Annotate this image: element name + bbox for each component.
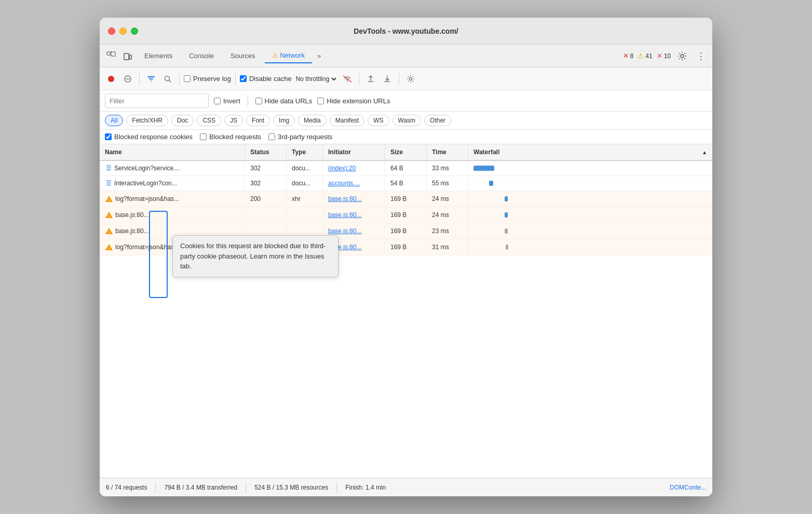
td-size-4: 169 B bbox=[385, 207, 427, 223]
hide-data-urls-checkbox[interactable] bbox=[255, 98, 262, 104]
th-time[interactable]: Time bbox=[427, 144, 468, 160]
network-warning-icon: ⚠ bbox=[272, 51, 278, 59]
tab-more-button[interactable]: » bbox=[314, 52, 324, 60]
td-type-3: xhr bbox=[287, 191, 323, 207]
status-divider-3 bbox=[336, 482, 337, 493]
separator-4 bbox=[359, 73, 359, 85]
blocked-cookies-checkbox[interactable] bbox=[105, 133, 112, 140]
disable-cache-label[interactable]: Disable cache bbox=[240, 75, 292, 83]
invert-label[interactable]: Invert bbox=[214, 97, 240, 105]
warning-icon: ⚠ bbox=[638, 52, 644, 60]
table-row[interactable]: ☰ InteractiveLogin?con... 302 docu... ac… bbox=[100, 176, 712, 191]
td-name-4: ! base.js:80... bbox=[100, 207, 245, 223]
tab-network[interactable]: ⚠ Network bbox=[265, 48, 312, 63]
close-button[interactable] bbox=[108, 28, 115, 35]
hide-extension-urls-checkbox[interactable] bbox=[317, 98, 324, 104]
preserve-log-label[interactable]: Preserve log bbox=[184, 75, 231, 83]
type-btn-manifest[interactable]: Manifest bbox=[330, 115, 364, 126]
minimize-button[interactable] bbox=[119, 28, 127, 35]
more-options-button[interactable]: ⋮ bbox=[694, 49, 708, 63]
clear-button[interactable] bbox=[120, 72, 135, 86]
wifi-icon-button[interactable] bbox=[340, 72, 355, 86]
filter-button[interactable] bbox=[144, 72, 158, 86]
devtools-window: DevTools - www.youtube.com/ bbox=[100, 18, 712, 496]
td-initiator-3: base.js:80... bbox=[323, 191, 385, 207]
error-icon: ✕ bbox=[623, 52, 629, 60]
type-btn-js[interactable]: JS bbox=[224, 115, 243, 126]
hide-data-urls-label[interactable]: Hide data URLs bbox=[255, 97, 313, 105]
filter-sep-1 bbox=[248, 94, 248, 107]
th-type[interactable]: Type bbox=[287, 144, 323, 160]
th-size[interactable]: Size bbox=[385, 144, 427, 160]
warn-icon-4: ! bbox=[105, 211, 113, 219]
error-badge: ✕ 8 bbox=[623, 52, 634, 60]
td-size-2: 54 B bbox=[385, 176, 427, 191]
blocked-bar: Blocked response cookies Blocked request… bbox=[100, 130, 712, 144]
sort-asc-icon: ▲ bbox=[702, 150, 707, 155]
type-btn-ws[interactable]: WS bbox=[368, 115, 389, 126]
status-divider-2 bbox=[246, 482, 246, 493]
preserve-log-checkbox[interactable] bbox=[184, 75, 191, 82]
network-table: Name Status Type Initiator Size Time Wat… bbox=[100, 144, 712, 478]
requests-count: 6 / 74 requests bbox=[106, 484, 147, 491]
blocked-cookies-label[interactable]: Blocked response cookies bbox=[105, 133, 193, 141]
network-settings-button[interactable] bbox=[403, 72, 418, 86]
record-button[interactable] bbox=[104, 72, 118, 86]
tab-bar-right: ✕ 8 ⚠ 41 ✕ 10 ⋮ bbox=[623, 49, 708, 63]
blocked-requests-checkbox[interactable] bbox=[200, 133, 207, 140]
inspector-icon-button[interactable] bbox=[104, 49, 118, 63]
svg-text:!: ! bbox=[109, 230, 110, 235]
td-time-4: 24 ms bbox=[427, 207, 468, 223]
search-button[interactable] bbox=[160, 72, 175, 86]
disable-cache-checkbox[interactable] bbox=[240, 75, 247, 82]
svg-point-4 bbox=[681, 55, 684, 58]
throttling-select[interactable]: No throttling Fast 3G Slow 3G bbox=[294, 75, 338, 83]
titlebar: DevTools - www.youtube.com/ bbox=[100, 18, 712, 45]
filter-input[interactable] bbox=[105, 93, 209, 108]
type-btn-fetch-xhr[interactable]: Fetch/XHR bbox=[126, 115, 168, 126]
third-party-label[interactable]: 3rd-party requests bbox=[268, 133, 333, 141]
type-btn-all[interactable]: All bbox=[105, 115, 123, 126]
th-status[interactable]: Status bbox=[245, 144, 287, 160]
tab-sources[interactable]: Sources bbox=[223, 49, 263, 63]
traffic-lights bbox=[108, 28, 138, 35]
device-toggle-button[interactable] bbox=[120, 49, 135, 63]
type-btn-font[interactable]: Font bbox=[246, 115, 270, 126]
td-size-5: 169 B bbox=[385, 223, 427, 239]
record-icon bbox=[107, 75, 115, 83]
device-icon bbox=[123, 51, 132, 61]
th-name[interactable]: Name bbox=[100, 144, 245, 160]
import-button[interactable] bbox=[380, 72, 395, 86]
type-btn-other[interactable]: Other bbox=[424, 115, 451, 126]
table-row[interactable]: ! base.js:80... base.js:80... 169 B 24 m… bbox=[100, 207, 712, 223]
tab-console[interactable]: Console bbox=[182, 49, 221, 63]
td-time-3: 24 ms bbox=[427, 191, 468, 207]
type-btn-doc[interactable]: Doc bbox=[171, 115, 194, 126]
hide-extension-urls-label[interactable]: Hide extension URLs bbox=[317, 97, 390, 105]
settings-button[interactable] bbox=[675, 49, 689, 63]
wifi-icon bbox=[343, 75, 352, 83]
blocked-requests-label[interactable]: Blocked requests bbox=[200, 133, 261, 141]
table-row[interactable]: ☰ ServiceLogin?service.... 302 docu... (… bbox=[100, 161, 712, 176]
transferred-size: 794 B / 3.4 MB transferred bbox=[164, 484, 237, 491]
th-initiator[interactable]: Initiator bbox=[323, 144, 385, 160]
table-row[interactable]: ! log?format=json&has... 200 xhr base.js… bbox=[100, 191, 712, 207]
maximize-button[interactable] bbox=[131, 28, 138, 35]
status-bar: 6 / 74 requests 794 B / 3.4 MB transferr… bbox=[100, 478, 712, 496]
separator-5 bbox=[399, 73, 399, 85]
export-button[interactable] bbox=[363, 72, 378, 86]
td-initiator-1: (index):20 bbox=[323, 161, 385, 175]
type-btn-css[interactable]: CSS bbox=[197, 115, 221, 126]
td-type-2: docu... bbox=[287, 176, 323, 191]
warning-triangle-icon: ! bbox=[105, 195, 113, 202]
type-btn-img[interactable]: Img bbox=[273, 115, 295, 126]
th-waterfall[interactable]: Waterfall ▲ bbox=[468, 144, 712, 160]
third-party-checkbox[interactable] bbox=[268, 133, 275, 140]
invert-checkbox[interactable] bbox=[214, 98, 221, 104]
type-btn-media[interactable]: Media bbox=[298, 115, 327, 126]
finish-time: Finish: 1.4 min bbox=[345, 484, 386, 491]
tab-elements[interactable]: Elements bbox=[137, 49, 180, 63]
separator-2 bbox=[179, 73, 180, 85]
type-btn-wasm[interactable]: Wasm bbox=[393, 115, 422, 126]
settings-icon bbox=[407, 75, 415, 83]
